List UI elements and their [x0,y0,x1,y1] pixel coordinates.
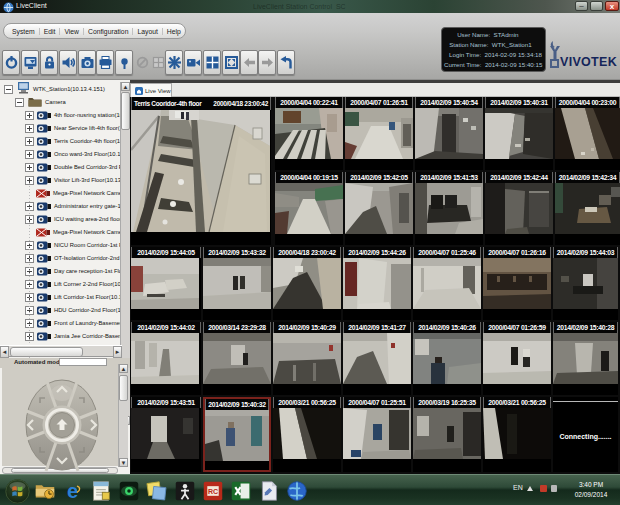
svg-text:RC: RC [208,488,218,495]
svg-text:VIVOTEK: VIVOTEK [560,55,617,69]
svg-text:e: e [67,480,78,502]
